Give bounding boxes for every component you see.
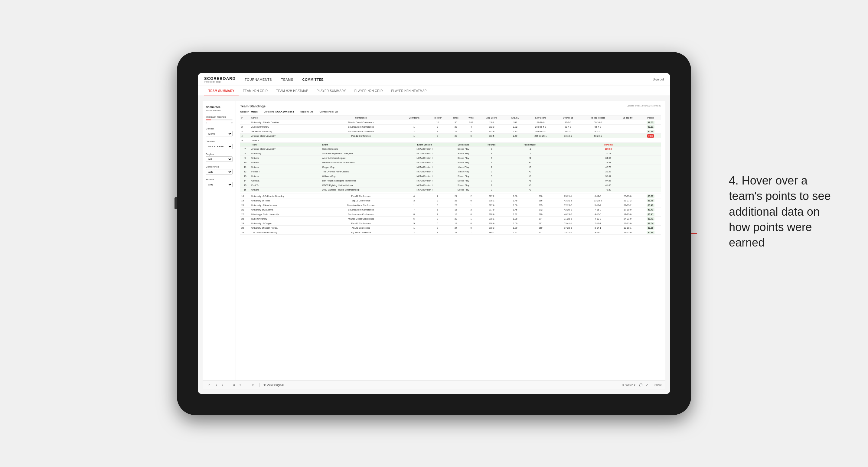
table-header-row: # School Conference Conf Rank No Tour Rn…	[240, 116, 661, 120]
list-item[interactable]: 8 University Southern Highlands Collegia…	[240, 151, 661, 156]
data-header: Team Standings Update time: 13/03/2024 1…	[240, 104, 661, 108]
tab-team-h2h-grid[interactable]: TEAM H2H GRID	[239, 86, 272, 96]
sidebar-subtitle: Portal Review	[206, 109, 232, 112]
list-item[interactable]: 7 Arizona State University Cabo Collegia…	[240, 147, 661, 151]
list-item[interactable]: 14 Georgia Ben Hogan Collegiate Invitati…	[240, 179, 661, 183]
table-row[interactable]: 1 University of North Carolina Atlantic …	[240, 120, 661, 125]
table-row[interactable]: 19 University of Texas Big 12 Conference…	[240, 198, 661, 203]
logo-area: SCOREBOARD Powered by clippi	[204, 76, 236, 83]
tablet-screen: SCOREBOARD Powered by clippi TOURNAMENTS…	[198, 73, 670, 394]
list-item[interactable]: 13 Univers Williams Cup NCAA Division I …	[240, 174, 661, 179]
expand-button[interactable]: ⤢	[646, 383, 648, 386]
col-avg-sg: Avg. SG	[504, 116, 526, 120]
table-row[interactable]: 25 University of North Florida ASUN Conf…	[240, 226, 661, 230]
sidebar-gender: Gender Men's	[206, 127, 232, 136]
sidebar-school-label: School	[206, 178, 232, 181]
table-row[interactable]: 3 Vanderbilt University Southeastern Con…	[240, 129, 661, 134]
sidebar-region-label: Region	[206, 153, 232, 155]
tab-team-summary[interactable]: TEAM SUMMARY	[204, 86, 239, 96]
slider-track[interactable]	[206, 120, 232, 120]
standings-tbody: 1 University of North Carolina Atlantic …	[240, 120, 661, 235]
sidebar-school-select[interactable]: (All)	[206, 182, 232, 187]
toolbar-divider-3	[259, 383, 260, 387]
table-row[interactable]: 21 University of Alabama Southeastern Co…	[240, 208, 661, 212]
bottom-toolbar: ↩ ↪ ‹ ⧉ ✏ ⏱ 👁 View: Original 👁 Watch ▾ 💬	[203, 380, 665, 389]
slider-fill	[206, 120, 211, 120]
sidebar-min-rounds-label: Minimum Rounds	[206, 116, 232, 118]
sidebar-division-select[interactable]: NCAA Division I	[206, 144, 232, 149]
sidebar-gender-label: Gender	[206, 127, 232, 130]
clock-button[interactable]: ⏱	[251, 383, 256, 387]
col-school: School	[250, 116, 321, 120]
sign-out-button[interactable]: Sign out	[648, 78, 664, 81]
edit-button[interactable]: ✏	[238, 383, 243, 387]
list-item[interactable]: 9 Univers Amer Ari Intercollegiate NCAA …	[240, 156, 661, 160]
col-adj-score: Adj. Score	[478, 116, 504, 120]
filters-row: Gender: Men's Division: NCAA Division I …	[240, 111, 661, 113]
nav-tournaments[interactable]: TOURNAMENTS	[245, 76, 272, 83]
toolbar-divider-2	[247, 383, 247, 387]
table-row[interactable]: 23 Duke University Atlantic Coast Confer…	[240, 217, 661, 221]
back-button[interactable]: ‹	[221, 383, 224, 387]
app-subtitle: Powered by clippi	[204, 81, 236, 83]
nav-teams[interactable]: TEAMS	[281, 76, 293, 83]
list-item[interactable]: 15 East Ter OFCC Fighting Illini Invitat…	[240, 183, 661, 188]
tab-player-h2h-heatmap[interactable]: PLAYER H2H HEATMAP	[387, 86, 431, 96]
col-rnds: Rnds	[448, 116, 463, 120]
update-time: Update time: 13/03/2024 10:03:42	[627, 104, 661, 107]
col-wins: Wins	[464, 116, 479, 120]
table-row[interactable]: 2 Auburn University Southeastern Confere…	[240, 125, 661, 129]
sidebar-region-select[interactable]: N/A	[206, 156, 232, 162]
list-item[interactable]: 12 Florida I The Cypress Point Classic N…	[240, 169, 661, 174]
sidebar-gender-select[interactable]: Men's	[206, 131, 232, 136]
filter-conference: Conference: All	[319, 111, 338, 113]
col-points: Points	[640, 116, 661, 120]
col-rank: #	[240, 116, 250, 120]
standings-table: # School Conference Conf Rank No Tour Rn…	[240, 116, 661, 235]
filter-gender: Gender: Men's	[240, 111, 258, 113]
watch-button[interactable]: 👁 Watch ▾	[622, 383, 636, 386]
sidebar-conference-label: Conference	[206, 165, 232, 168]
table-row[interactable]: 18 University of California, Berkeley Pa…	[240, 194, 661, 198]
undo-button[interactable]: ↩	[206, 383, 211, 387]
list-item[interactable]: 10 Univers National Invitational Tournam…	[240, 160, 661, 165]
annotation: 4. Hover over a team's points to see add…	[729, 173, 844, 250]
tablet-side-button	[175, 197, 177, 209]
table-row[interactable]: 20 University of New Mexico Mountain Wes…	[240, 203, 661, 208]
main-content: Committee Portal Review Minimum Rounds 0…	[198, 96, 670, 394]
sidebar-region: Region N/A	[206, 153, 232, 162]
nav-links: TOURNAMENTS TEAMS COMMITTEE	[245, 76, 648, 83]
share-button[interactable]: ↑ Share	[652, 383, 662, 386]
app-inner: Committee Portal Review Minimum Rounds 0…	[203, 101, 665, 380]
table-row[interactable]: 26 The Ohio State University Big Ten Con…	[240, 230, 661, 235]
table-row-hovered[interactable]: 4 Arizona State University Pac-12 Confer…	[240, 134, 661, 138]
copy-button[interactable]: ⧉	[232, 383, 236, 387]
tab-team-h2h-heatmap[interactable]: TEAM H2H HEATMAP	[272, 86, 312, 96]
sidebar-conference-select[interactable]: (All)	[206, 169, 232, 175]
list-item[interactable]: 11 Univers Copper Cup NCAA Division I Ma…	[240, 165, 661, 169]
col-low-score: Low Score	[526, 116, 556, 120]
sidebar: Committee Portal Review Minimum Rounds 0…	[203, 101, 236, 380]
col-tours: No Tour	[427, 116, 448, 120]
top-nav: SCOREBOARD Powered by clippi TOURNAMENTS…	[198, 73, 670, 86]
redo-button[interactable]: ↪	[214, 383, 218, 387]
list-item[interactable]: 16 Univers 2023 Sahalee Players Champion…	[240, 188, 661, 192]
tab-player-h2h-grid[interactable]: PLAYER H2H GRID	[350, 86, 387, 96]
data-area: Team Standings Update time: 13/03/2024 1…	[236, 101, 665, 380]
sidebar-school: School (All)	[206, 178, 232, 187]
tablet-shell: SCOREBOARD Powered by clippi TOURNAMENTS…	[177, 52, 691, 415]
app-logo: SCOREBOARD	[204, 76, 236, 81]
table-row[interactable]: 24 University of Oregon Pac-12 Conferenc…	[240, 221, 661, 226]
filter-region: Region: All	[300, 111, 313, 113]
table-row[interactable]: 5 Texas T...	[240, 138, 661, 143]
sidebar-header-section: Committee Portal Review	[206, 105, 232, 112]
comment-button[interactable]: 💬	[639, 383, 642, 386]
app-frame: Committee Portal Review Minimum Rounds 0…	[203, 101, 665, 389]
table-row[interactable]: 22 Mississippi State University Southeas…	[240, 212, 661, 217]
sub-nav: TEAM SUMMARY TEAM H2H GRID TEAM H2H HEAT…	[198, 86, 670, 96]
sidebar-division-label: Division	[206, 140, 232, 143]
toolbar-right: 👁 Watch ▾ 💬 ⤢ ↑ Share	[622, 383, 662, 386]
nav-committee[interactable]: COMMITTEE	[303, 76, 324, 83]
tooltip-header-row: Team Event Event Division Event Type Rou…	[240, 143, 661, 147]
tab-player-summary[interactable]: PLAYER SUMMARY	[312, 86, 350, 96]
